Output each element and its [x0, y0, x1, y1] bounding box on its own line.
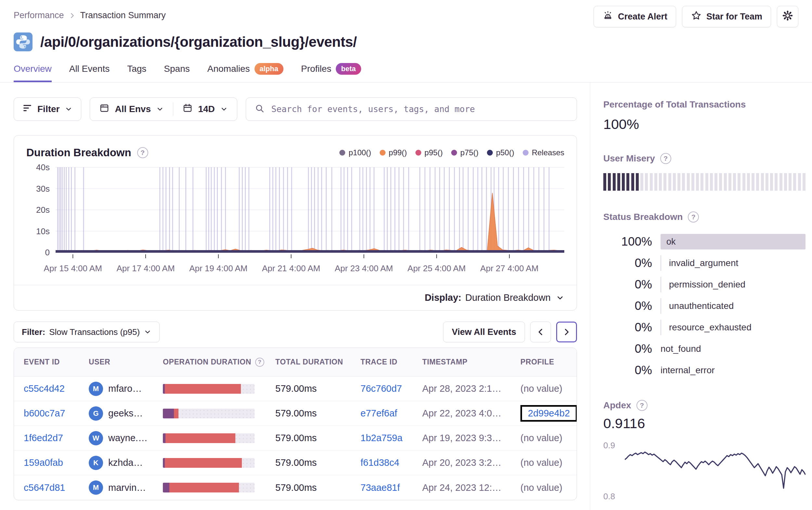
user-avatar: M — [89, 480, 103, 495]
user-avatar: M — [89, 382, 103, 396]
help-icon[interactable] — [660, 153, 671, 164]
tab-anomalies-label: Anomalies — [207, 64, 250, 74]
misery-tick — [636, 173, 639, 191]
star-for-team-button[interactable]: Star for Team — [682, 6, 771, 27]
trace-id-cell: e77ef6af — [351, 408, 412, 419]
tab-tags[interactable]: Tags — [127, 63, 146, 82]
legend-label: p75() — [460, 148, 478, 157]
display-selector[interactable]: Display: Duration Breakdown — [14, 285, 577, 310]
legend-label: p100() — [348, 148, 371, 157]
chevron-right-icon — [68, 12, 76, 19]
help-icon[interactable] — [636, 400, 647, 411]
duration-chart-plot[interactable]: Apr 15 4:00 AMApr 17 4:00 AMApr 19 4:00 … — [56, 166, 564, 278]
help-icon[interactable] — [255, 358, 264, 367]
trace-id-link[interactable]: 1b2a759a — [360, 433, 402, 443]
user-name: marvin… — [108, 482, 146, 493]
status-percent: 0% — [603, 278, 652, 291]
operation-duration-bar — [163, 384, 255, 394]
misery-tick — [603, 173, 606, 191]
beta-badge: beta — [336, 63, 361, 75]
y-axis-label: 10s — [36, 226, 50, 236]
timestamp-cell: Apr 19, 2023 9:3… — [412, 433, 511, 443]
event-id-link[interactable]: c55c4d42 — [24, 383, 65, 394]
slow-transactions-filter[interactable]: Filter: Slow Transactions (p95) — [13, 322, 160, 342]
tab-bar: Overview All Events Tags Spans Anomalies… — [13, 63, 799, 82]
event-id-link[interactable]: 159a0fab — [24, 457, 63, 468]
create-alert-label: Create Alert — [618, 12, 667, 22]
window-icon — [99, 103, 110, 116]
user-avatar: K — [89, 456, 103, 470]
profile-cell: (no value) — [511, 457, 577, 468]
tab-all-events[interactable]: All Events — [69, 63, 110, 82]
legend-p75[interactable]: p75() — [451, 148, 478, 157]
trace-id-cell: 1b2a759a — [351, 433, 412, 443]
event-id-cell: b600c7a7 — [14, 408, 79, 419]
trace-id-link[interactable]: f61d38c4 — [360, 457, 399, 468]
misery-tick — [789, 173, 791, 191]
misery-tick — [793, 173, 796, 191]
table-row: c5647d81Mmarvin…579.00ms73aae81fApr 24, … — [14, 475, 577, 500]
event-id-link[interactable]: b600c7a7 — [24, 408, 65, 419]
user-cell: Ggeeks… — [79, 407, 153, 421]
legend-p95[interactable]: p95() — [415, 148, 443, 157]
profile-no-value: (no value) — [520, 457, 562, 468]
misery-tick — [733, 173, 736, 191]
tab-profiles[interactable]: Profiles beta — [301, 63, 361, 82]
date-range-selector[interactable]: 14D — [173, 98, 237, 121]
operation-duration-bar — [163, 483, 255, 492]
status-row-not_found: 0%not_found — [603, 338, 806, 360]
python-platform-icon — [13, 32, 32, 51]
date-range-label: 14D — [198, 104, 214, 114]
legend-Releases[interactable]: Releases — [523, 148, 564, 157]
search-input[interactable] — [271, 104, 568, 114]
legend-dot-icon — [487, 150, 493, 156]
legend-dot-icon — [339, 150, 345, 156]
table-header: EVENT IDUSEROPERATION DURATIONTOTAL DURA… — [14, 348, 577, 377]
legend-p99[interactable]: p99() — [380, 148, 407, 157]
operation-duration-cell — [153, 433, 266, 443]
create-alert-button[interactable]: Create Alert — [593, 6, 676, 27]
settings-button[interactable] — [777, 6, 799, 27]
help-icon[interactable] — [688, 211, 699, 222]
tab-spans-label: Spans — [164, 64, 190, 74]
legend-p100[interactable]: p100() — [339, 148, 371, 157]
column-header-label: PROFILE — [520, 358, 554, 366]
filter-dropdown[interactable]: Filter — [13, 97, 81, 121]
profile-link[interactable]: 2d99e4b2 — [528, 408, 570, 419]
status-label: not_found — [661, 341, 806, 357]
environment-selector[interactable]: All Envs — [90, 98, 173, 121]
trace-id-link[interactable]: e77ef6af — [360, 408, 397, 419]
next-page-button[interactable] — [556, 322, 577, 342]
trace-id-link[interactable]: 76c760d7 — [360, 383, 402, 394]
misery-tick — [775, 173, 778, 191]
tab-spans[interactable]: Spans — [164, 63, 190, 82]
tab-anomalies[interactable]: Anomalies alpha — [207, 63, 284, 82]
status-label: permission_denied — [661, 277, 806, 292]
user-cell: Kkzhda… — [79, 456, 153, 470]
operation-duration-cell — [153, 458, 266, 468]
status-percent: 0% — [603, 321, 652, 334]
search-box — [246, 97, 577, 121]
event-id-link[interactable]: 1f6ed2d7 — [24, 433, 63, 443]
help-icon[interactable] — [137, 147, 148, 158]
trace-id-link[interactable]: 73aae81f — [360, 482, 400, 493]
tab-overview[interactable]: Overview — [13, 63, 52, 82]
misery-tick — [803, 173, 806, 191]
breadcrumb-performance[interactable]: Performance — [13, 10, 64, 21]
chevron-right-icon — [562, 327, 571, 336]
legend-p50[interactable]: p50() — [487, 148, 514, 157]
view-all-events-button[interactable]: View All Events — [443, 322, 525, 342]
previous-page-button[interactable] — [530, 322, 551, 342]
environment-label: All Envs — [115, 104, 150, 114]
user-misery-title: User Misery — [603, 153, 655, 164]
trace-id-cell: 76c760d7 — [351, 383, 412, 394]
user-avatar: G — [89, 407, 103, 421]
misery-tick — [756, 173, 759, 191]
status-row-unauthenticated: 0%unauthenticated — [603, 295, 806, 317]
display-label: Display: — [425, 292, 461, 303]
duration-chart[interactable]: 40s30s20s10s0 Apr 15 4:00 AMApr 17 4:00 … — [14, 166, 577, 278]
misery-tick — [627, 173, 629, 191]
x-axis-label: Apr 21 4:00 AM — [262, 264, 320, 273]
event-id-link[interactable]: c5647d81 — [24, 482, 65, 493]
column-header-timestamp: TIMESTAMP — [412, 358, 511, 366]
